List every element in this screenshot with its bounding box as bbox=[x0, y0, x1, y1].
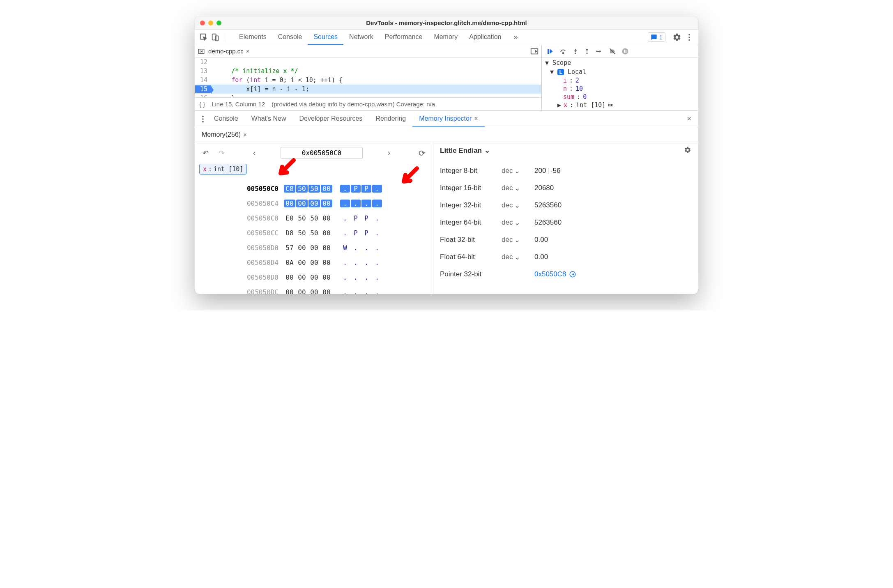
close-drawer-button[interactable]: × bbox=[684, 115, 695, 123]
pointer-link[interactable]: 0x5050C8 bbox=[534, 270, 576, 278]
main-tabs: Elements Console Sources Network Perform… bbox=[195, 30, 698, 45]
sources-panel: demo-cpp.cc × 12 13 /* initialize x */ 1… bbox=[195, 45, 698, 111]
hex-row[interactable]: 005050CCD8505000.PP. bbox=[246, 225, 382, 240]
tab-memory[interactable]: Memory bbox=[428, 30, 463, 45]
scope-var[interactable]: n: 10 bbox=[542, 85, 698, 93]
kebab-menu-icon[interactable] bbox=[685, 33, 694, 42]
issues-count: 1 bbox=[659, 34, 663, 41]
drawer-tab-rendering[interactable]: Rendering bbox=[369, 111, 412, 127]
step-into-icon[interactable] bbox=[572, 48, 579, 55]
issues-button[interactable]: 1 bbox=[648, 32, 665, 42]
svg-point-5 bbox=[688, 39, 690, 41]
memory-tab-256[interactable]: Memory(256) × bbox=[198, 131, 250, 138]
file-tab-demo-cpp[interactable]: demo-cpp.cc × bbox=[208, 48, 250, 55]
format-selector[interactable]: dec ⌄ bbox=[502, 218, 534, 227]
value-row: Float 64-bitdec ⌄0.00 bbox=[440, 248, 691, 266]
snippet-icon[interactable] bbox=[530, 47, 539, 56]
navigator-toggle-icon[interactable] bbox=[198, 48, 205, 55]
hex-row[interactable]: 005050D800000000.... bbox=[246, 270, 382, 285]
window-controls bbox=[200, 21, 221, 25]
window-title: DevTools - memory-inspector.glitch.me/de… bbox=[195, 19, 698, 26]
local-scope[interactable]: ▼ L Local bbox=[542, 67, 698, 76]
prev-page-icon[interactable]: ‹ bbox=[250, 149, 259, 157]
close-icon[interactable]: × bbox=[474, 115, 478, 122]
drawer-kebab-icon[interactable] bbox=[198, 115, 207, 124]
tab-elements[interactable]: Elements bbox=[233, 30, 272, 45]
hex-toolbar: ↶ ↷ ‹ › ⟳ bbox=[199, 147, 429, 159]
scope-var[interactable]: sum: 0 bbox=[542, 93, 698, 101]
close-icon[interactable]: × bbox=[246, 48, 250, 55]
undo-icon[interactable]: ↶ bbox=[199, 149, 212, 158]
format-selector[interactable]: dec ⌄ bbox=[502, 167, 534, 175]
format-selector[interactable]: dec ⌄ bbox=[502, 253, 534, 262]
value-row: Integer 64-bitdec ⌄5263560 bbox=[440, 214, 691, 231]
format-selector[interactable]: dec ⌄ bbox=[502, 184, 534, 193]
value-row: Float 32-bitdec ⌄0.00 bbox=[440, 231, 691, 248]
maximize-window-button[interactable] bbox=[216, 21, 221, 25]
value-row: Pointer 32-bit0x5050C8 bbox=[440, 266, 691, 283]
tab-sources[interactable]: Sources bbox=[308, 30, 343, 45]
refresh-icon[interactable]: ⟳ bbox=[415, 148, 429, 158]
scope-header[interactable]: ▼ Scope bbox=[542, 58, 698, 67]
svg-rect-13 bbox=[624, 50, 625, 53]
tab-application[interactable]: Application bbox=[463, 30, 507, 45]
debug-info-source: (provided via debug info by demo-cpp.was… bbox=[272, 101, 435, 108]
annotation-arrow-icon bbox=[273, 157, 298, 183]
close-window-button[interactable] bbox=[200, 21, 205, 25]
settings-icon[interactable] bbox=[672, 33, 681, 42]
drawer-tab-whatsnew[interactable]: What's New bbox=[245, 111, 293, 127]
deactivate-breakpoints-icon[interactable] bbox=[608, 48, 617, 55]
svg-rect-14 bbox=[626, 50, 626, 53]
cursor-position: Line 15, Column 12 bbox=[212, 101, 265, 108]
step-icon[interactable] bbox=[595, 48, 603, 55]
endianness-selector[interactable]: Little Endian⌄ bbox=[440, 146, 684, 155]
hex-row[interactable]: 005050C8E0505000.PP. bbox=[246, 211, 382, 225]
tab-performance[interactable]: Performance bbox=[379, 30, 428, 45]
resume-icon[interactable] bbox=[546, 48, 554, 55]
svg-rect-8 bbox=[548, 49, 549, 54]
format-selector[interactable]: dec ⌄ bbox=[502, 236, 534, 244]
minimize-window-button[interactable] bbox=[208, 21, 213, 25]
brackets-icon[interactable]: { } bbox=[199, 101, 205, 108]
value-row: Integer 32-bitdec ⌄5263560 bbox=[440, 197, 691, 214]
hex-row[interactable]: 005050D057000000W... bbox=[246, 240, 382, 255]
memory-subtabs: Memory(256) × bbox=[195, 127, 698, 142]
step-over-icon[interactable] bbox=[559, 48, 567, 55]
value-settings-icon[interactable] bbox=[684, 146, 691, 155]
object-chip[interactable]: x: int [10] bbox=[199, 164, 247, 175]
annotation-arrow-icon bbox=[396, 165, 421, 191]
svg-point-11 bbox=[586, 53, 587, 54]
code-editor[interactable]: 12 13 /* initialize x */ 14 for (int i =… bbox=[195, 57, 541, 97]
tab-console[interactable]: Console bbox=[272, 30, 308, 45]
drawer-tab-console[interactable]: Console bbox=[207, 111, 245, 127]
inspect-icon[interactable] bbox=[199, 33, 208, 42]
hex-row[interactable]: 005050DC00000000.... bbox=[246, 285, 382, 294]
next-page-icon[interactable]: › bbox=[384, 149, 394, 157]
svg-point-4 bbox=[688, 37, 690, 38]
scope-var-x[interactable]: ▶ x: int [10] bbox=[542, 101, 698, 109]
format-selector[interactable]: dec ⌄ bbox=[502, 201, 534, 210]
scope-section: ▼ Scope ▼ L Local i: 2 n: 10 sum: 0 ▶ x:… bbox=[542, 57, 698, 110]
drawer-tab-devres[interactable]: Developer Resources bbox=[293, 111, 369, 127]
pause-on-exceptions-icon[interactable] bbox=[621, 48, 629, 55]
devtools-window: DevTools - memory-inspector.glitch.me/de… bbox=[195, 16, 698, 294]
tab-network[interactable]: Network bbox=[343, 30, 379, 45]
hex-row[interactable]: 005050C0C8505000.PP. bbox=[246, 181, 382, 196]
titlebar: DevTools - memory-inspector.glitch.me/de… bbox=[195, 16, 698, 30]
close-icon[interactable]: × bbox=[243, 131, 247, 138]
more-tabs-button[interactable]: » bbox=[509, 33, 522, 41]
value-interpreter: Little Endian⌄ Integer 8-bitdec ⌄200|-56… bbox=[433, 142, 698, 294]
drawer-tab-memory-inspector[interactable]: Memory Inspector× bbox=[412, 111, 484, 127]
value-row: Integer 16-bitdec ⌄20680 bbox=[440, 179, 691, 197]
svg-point-20 bbox=[202, 121, 204, 122]
hex-row[interactable]: 005050C400000000.... bbox=[246, 196, 382, 211]
debugger-controls bbox=[542, 45, 698, 57]
hex-row[interactable]: 005050D40A000000.... bbox=[246, 255, 382, 270]
svg-rect-17 bbox=[612, 104, 613, 106]
device-toggle-icon[interactable] bbox=[211, 33, 220, 42]
code-pane: demo-cpp.cc × 12 13 /* initialize x */ 1… bbox=[195, 45, 542, 110]
scope-var[interactable]: i: 2 bbox=[542, 76, 698, 85]
step-out-icon[interactable] bbox=[584, 48, 590, 55]
value-row: Integer 8-bitdec ⌄200|-56 bbox=[440, 162, 691, 179]
file-tab-bar: demo-cpp.cc × bbox=[195, 45, 541, 57]
